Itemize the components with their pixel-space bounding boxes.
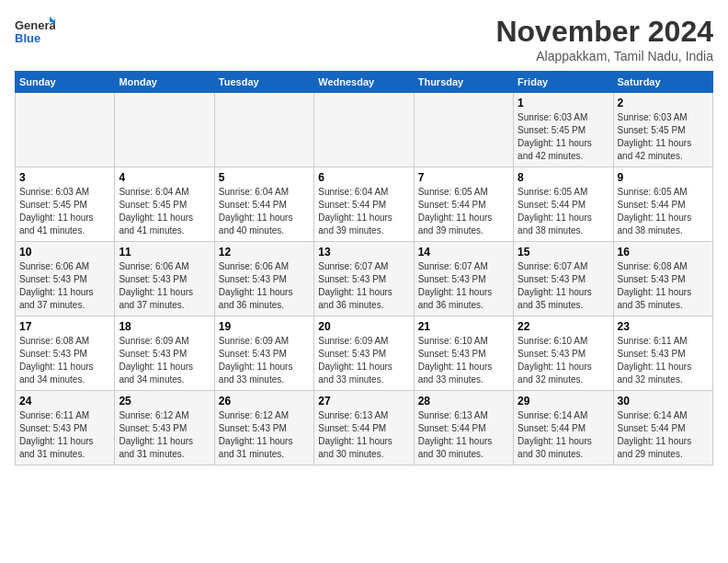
calendar-cell: 19Sunrise: 6:09 AM Sunset: 5:43 PM Dayli… (214, 316, 313, 391)
calendar-cell: 4Sunrise: 6:04 AM Sunset: 5:45 PM Daylig… (115, 167, 214, 242)
day-detail: Sunrise: 6:09 AM Sunset: 5:43 PM Dayligh… (119, 335, 210, 386)
calendar-cell: 24Sunrise: 6:11 AM Sunset: 5:43 PM Dayli… (16, 391, 115, 465)
day-number: 22 (518, 320, 609, 333)
day-number: 4 (119, 171, 210, 184)
day-number: 29 (518, 395, 609, 408)
calendar-cell: 12Sunrise: 6:06 AM Sunset: 5:43 PM Dayli… (214, 242, 313, 316)
day-number: 19 (219, 320, 310, 333)
calendar-cell: 28Sunrise: 6:13 AM Sunset: 5:44 PM Dayli… (414, 391, 513, 465)
calendar-body: 1Sunrise: 6:03 AM Sunset: 5:45 PM Daylig… (16, 93, 713, 465)
weekday-header-wednesday: Wednesday (314, 72, 414, 93)
day-detail: Sunrise: 6:13 AM Sunset: 5:44 PM Dayligh… (418, 409, 509, 461)
day-number: 3 (19, 171, 110, 184)
logo-container: General Blue (15, 15, 55, 48)
day-number: 17 (19, 320, 110, 333)
weekday-header-sunday: Sunday (16, 72, 115, 93)
day-number: 7 (418, 171, 509, 184)
day-number: 26 (219, 395, 310, 408)
day-number: 10 (19, 246, 110, 259)
month-title: November 2024 (495, 15, 713, 49)
day-number: 6 (318, 171, 409, 184)
calendar-cell: 25Sunrise: 6:12 AM Sunset: 5:43 PM Dayli… (115, 391, 214, 465)
calendar-cell: 2Sunrise: 6:03 AM Sunset: 5:45 PM Daylig… (613, 93, 712, 167)
calendar-cell (16, 93, 115, 167)
day-detail: Sunrise: 6:06 AM Sunset: 5:43 PM Dayligh… (119, 260, 210, 312)
day-detail: Sunrise: 6:03 AM Sunset: 5:45 PM Dayligh… (518, 111, 609, 163)
calendar-cell: 6Sunrise: 6:04 AM Sunset: 5:44 PM Daylig… (314, 167, 414, 242)
day-detail: Sunrise: 6:06 AM Sunset: 5:43 PM Dayligh… (19, 260, 110, 312)
week-row-4: 17Sunrise: 6:08 AM Sunset: 5:43 PM Dayli… (16, 316, 713, 391)
day-number: 27 (318, 395, 409, 408)
day-detail: Sunrise: 6:03 AM Sunset: 5:45 PM Dayligh… (19, 186, 110, 237)
day-number: 21 (418, 320, 509, 333)
day-detail: Sunrise: 6:09 AM Sunset: 5:43 PM Dayligh… (219, 335, 310, 386)
day-number: 23 (618, 320, 709, 333)
day-detail: Sunrise: 6:04 AM Sunset: 5:44 PM Dayligh… (219, 186, 310, 237)
day-detail: Sunrise: 6:09 AM Sunset: 5:43 PM Dayligh… (318, 335, 409, 386)
day-number: 30 (618, 395, 709, 408)
day-number: 15 (518, 246, 609, 259)
calendar-cell: 8Sunrise: 6:05 AM Sunset: 5:44 PM Daylig… (514, 167, 613, 242)
day-detail: Sunrise: 6:08 AM Sunset: 5:43 PM Dayligh… (19, 335, 110, 386)
title-block: November 2024 Alappakkam, Tamil Nadu, In… (495, 15, 713, 63)
calendar-cell: 9Sunrise: 6:05 AM Sunset: 5:44 PM Daylig… (613, 167, 712, 242)
calendar-cell: 5Sunrise: 6:04 AM Sunset: 5:44 PM Daylig… (214, 167, 313, 242)
location-subtitle: Alappakkam, Tamil Nadu, India (495, 49, 713, 63)
calendar-cell: 23Sunrise: 6:11 AM Sunset: 5:43 PM Dayli… (613, 316, 712, 391)
calendar-cell (414, 93, 513, 167)
day-detail: Sunrise: 6:05 AM Sunset: 5:44 PM Dayligh… (518, 186, 609, 237)
day-number: 5 (219, 171, 310, 184)
day-detail: Sunrise: 6:07 AM Sunset: 5:43 PM Dayligh… (318, 260, 409, 312)
day-detail: Sunrise: 6:03 AM Sunset: 5:45 PM Dayligh… (618, 111, 709, 163)
day-detail: Sunrise: 6:08 AM Sunset: 5:43 PM Dayligh… (618, 260, 709, 312)
calendar-cell: 20Sunrise: 6:09 AM Sunset: 5:43 PM Dayli… (314, 316, 414, 391)
day-number: 14 (418, 246, 509, 259)
week-row-5: 24Sunrise: 6:11 AM Sunset: 5:43 PM Dayli… (16, 391, 713, 465)
calendar-cell (314, 93, 414, 167)
weekday-header-tuesday: Tuesday (214, 72, 313, 93)
calendar-cell: 15Sunrise: 6:07 AM Sunset: 5:43 PM Dayli… (514, 242, 613, 316)
day-number: 28 (418, 395, 509, 408)
calendar-cell: 27Sunrise: 6:13 AM Sunset: 5:44 PM Dayli… (314, 391, 414, 465)
day-number: 18 (119, 320, 210, 333)
day-detail: Sunrise: 6:06 AM Sunset: 5:43 PM Dayligh… (219, 260, 310, 312)
logo-icon: General Blue (15, 15, 55, 48)
day-detail: Sunrise: 6:11 AM Sunset: 5:43 PM Dayligh… (618, 335, 709, 386)
day-number: 2 (618, 97, 709, 109)
day-detail: Sunrise: 6:10 AM Sunset: 5:43 PM Dayligh… (418, 335, 509, 386)
weekday-header-thursday: Thursday (414, 72, 513, 93)
day-detail: Sunrise: 6:10 AM Sunset: 5:43 PM Dayligh… (518, 335, 609, 386)
svg-text:General: General (15, 18, 55, 32)
calendar-cell: 21Sunrise: 6:10 AM Sunset: 5:43 PM Dayli… (414, 316, 513, 391)
calendar-cell: 16Sunrise: 6:08 AM Sunset: 5:43 PM Dayli… (613, 242, 712, 316)
calendar-cell: 30Sunrise: 6:14 AM Sunset: 5:44 PM Dayli… (613, 391, 712, 465)
day-number: 12 (219, 246, 310, 259)
day-detail: Sunrise: 6:04 AM Sunset: 5:45 PM Dayligh… (119, 186, 210, 237)
day-number: 8 (518, 171, 609, 184)
weekday-header-row: SundayMondayTuesdayWednesdayThursdayFrid… (16, 72, 713, 93)
calendar-cell: 13Sunrise: 6:07 AM Sunset: 5:43 PM Dayli… (314, 242, 414, 316)
day-detail: Sunrise: 6:13 AM Sunset: 5:44 PM Dayligh… (318, 409, 409, 461)
logo: General Blue (15, 15, 55, 48)
calendar-cell: 18Sunrise: 6:09 AM Sunset: 5:43 PM Dayli… (115, 316, 214, 391)
day-detail: Sunrise: 6:07 AM Sunset: 5:43 PM Dayligh… (518, 260, 609, 312)
svg-text:Blue: Blue (15, 31, 40, 45)
week-row-1: 1Sunrise: 6:03 AM Sunset: 5:45 PM Daylig… (16, 93, 713, 167)
day-number: 1 (518, 97, 609, 109)
calendar-cell: 1Sunrise: 6:03 AM Sunset: 5:45 PM Daylig… (514, 93, 613, 167)
day-number: 11 (119, 246, 210, 259)
day-detail: Sunrise: 6:14 AM Sunset: 5:44 PM Dayligh… (618, 409, 709, 461)
calendar-table: SundayMondayTuesdayWednesdayThursdayFrid… (15, 71, 713, 465)
day-number: 25 (119, 395, 210, 408)
day-detail: Sunrise: 6:04 AM Sunset: 5:44 PM Dayligh… (318, 186, 409, 237)
day-number: 20 (318, 320, 409, 333)
day-detail: Sunrise: 6:12 AM Sunset: 5:43 PM Dayligh… (119, 409, 210, 461)
day-number: 9 (618, 171, 709, 184)
calendar-cell: 14Sunrise: 6:07 AM Sunset: 5:43 PM Dayli… (414, 242, 513, 316)
calendar-cell (214, 93, 313, 167)
calendar-cell: 17Sunrise: 6:08 AM Sunset: 5:43 PM Dayli… (16, 316, 115, 391)
weekday-header-monday: Monday (115, 72, 214, 93)
calendar-cell: 22Sunrise: 6:10 AM Sunset: 5:43 PM Dayli… (514, 316, 613, 391)
week-row-2: 3Sunrise: 6:03 AM Sunset: 5:45 PM Daylig… (16, 167, 713, 242)
calendar-cell: 29Sunrise: 6:14 AM Sunset: 5:44 PM Dayli… (514, 391, 613, 465)
